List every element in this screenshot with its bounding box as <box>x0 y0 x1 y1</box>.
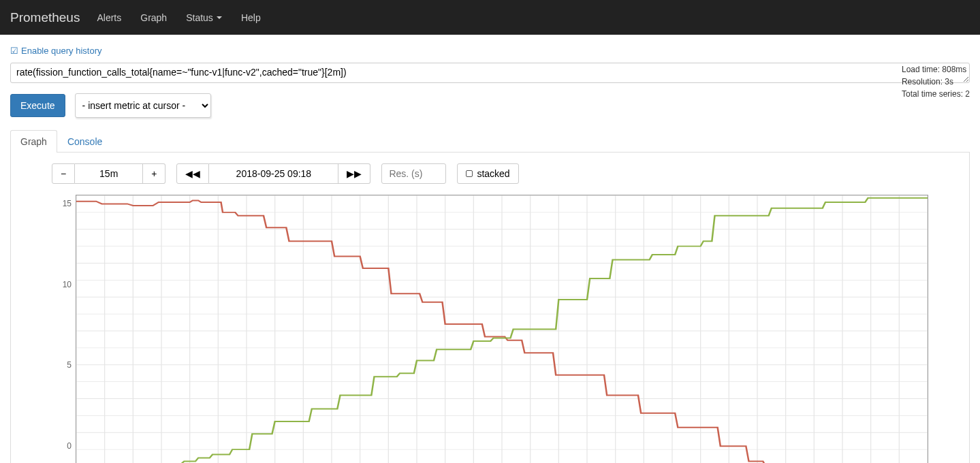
total-series-text: Total time series: 2 <box>902 88 970 100</box>
query-history-label: Enable query history <box>21 46 102 56</box>
query-info: Load time: 808ms Resolution: 3s Total ti… <box>902 63 970 100</box>
load-time-text: Load time: 808ms <box>902 63 970 76</box>
chart-wrap: 151050 <box>52 195 928 463</box>
y-axis: 151050 <box>52 195 76 463</box>
end-time-input[interactable] <box>209 163 338 184</box>
nav-help[interactable]: Help <box>241 12 261 23</box>
metric-select[interactable]: - insert metric at cursor - <box>75 93 211 118</box>
time-back-button[interactable]: ◀◀ <box>176 163 209 184</box>
enable-query-history-link[interactable]: ☑ Enable query history <box>10 46 102 56</box>
tab-graph[interactable]: Graph <box>10 130 57 153</box>
y-tick-label: 0 <box>67 441 72 451</box>
top-navbar: Prometheus Alerts Graph Status Help <box>0 0 980 35</box>
resolution-input[interactable] <box>381 163 446 184</box>
time-nav-group: ◀◀ ▶▶ <box>176 163 370 184</box>
expression-input[interactable]: rate(fission_function_calls_total{name=~… <box>10 63 970 83</box>
square-icon <box>466 170 473 177</box>
stacked-label: stacked <box>477 168 509 179</box>
expression-row: rate(fission_function_calls_total{name=~… <box>10 63 970 85</box>
range-input[interactable] <box>75 163 143 184</box>
nav-status-label: Status <box>186 12 213 23</box>
chart-svg <box>76 195 928 463</box>
y-tick-label: 15 <box>63 199 72 208</box>
caret-down-icon <box>217 16 222 19</box>
nav-status[interactable]: Status <box>186 12 222 23</box>
plus-icon: + <box>151 168 157 179</box>
graph-panel: − + ◀◀ ▶▶ stacked 151050 345678910111213… <box>10 153 970 463</box>
double-chevron-left-icon: ◀◀ <box>185 168 200 179</box>
y-tick-label: 5 <box>67 360 72 370</box>
view-tabs: Graph Console <box>10 130 970 153</box>
range-increase-button[interactable]: + <box>143 163 165 184</box>
y-tick-label: 10 <box>63 280 72 289</box>
execute-row: Execute - insert metric at cursor - <box>10 93 970 118</box>
nav-alerts[interactable]: Alerts <box>97 12 121 23</box>
resolution-text: Resolution: 3s <box>902 76 970 88</box>
tab-console[interactable]: Console <box>57 130 112 153</box>
nav-graph[interactable]: Graph <box>140 12 167 23</box>
time-range-group: − + <box>52 163 165 184</box>
minus-icon: − <box>61 168 66 179</box>
time-forward-button[interactable]: ▶▶ <box>338 163 370 184</box>
execute-button[interactable]: Execute <box>10 94 65 117</box>
brand-title[interactable]: Prometheus <box>10 10 80 25</box>
chart-area[interactable] <box>76 195 928 463</box>
graph-controls: − + ◀◀ ▶▶ stacked <box>52 163 928 184</box>
checkbox-icon: ☑ <box>10 46 18 56</box>
stacked-toggle-button[interactable]: stacked <box>457 163 518 184</box>
range-decrease-button[interactable]: − <box>52 163 75 184</box>
main-container: ☑ Enable query history rate(fission_func… <box>0 35 980 463</box>
double-chevron-right-icon: ▶▶ <box>347 168 362 179</box>
